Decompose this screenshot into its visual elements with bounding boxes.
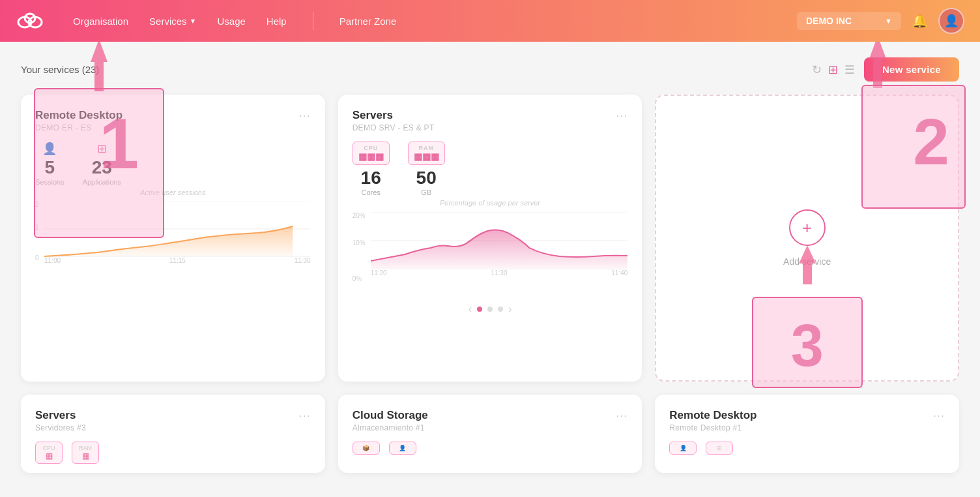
avatar[interactable]: 👤 — [938, 8, 964, 34]
server-stats: CPU ▦▦▦ 16 Cores RAM ▦▦▦ 50 GB — [353, 142, 628, 196]
card-remote-desktop: Remote Desktop DEMO ER - ES ··· 👤 5 Sess… — [21, 95, 325, 382]
chart-time-1140: 11:40 — [611, 269, 627, 277]
notifications-bell-icon[interactable]: 🔔 — [912, 13, 928, 29]
stat-sessions: 👤 5 Sessions — [35, 142, 65, 186]
user-icon: 👤 — [42, 142, 57, 156]
card-menu-button[interactable]: ··· — [933, 409, 945, 423]
grid-icon: ⊞ — [97, 142, 107, 156]
add-circle-button[interactable]: + — [789, 209, 826, 246]
services-count-title: Your services (23) — [21, 64, 99, 75]
nav-usage[interactable]: Usage — [217, 16, 245, 27]
card-subtitle: Servidores #3 — [35, 423, 86, 432]
sessions-label: Sessions — [35, 178, 65, 186]
carousel: ‹ › — [353, 303, 628, 315]
ram-label: GB — [421, 188, 431, 196]
applications-count: 23 — [92, 158, 112, 177]
chart-time-1100: 11:00 — [44, 257, 61, 264]
card-subtitle: DEMO ER - ES — [35, 123, 122, 132]
card-desc: Active user sessions — [35, 188, 311, 196]
navbar: Organisation Services ▼ Usage Help Partn… — [0, 0, 980, 42]
card-servers: Servers DEMO SRV - ES & PT ··· CPU ▦▦▦ 1… — [338, 95, 642, 382]
stat-ram: RAM ▦▦▦ 50 GB — [408, 142, 445, 196]
top-bar-right: ↻ ⊞ ☰ New service — [812, 57, 959, 82]
logo[interactable] — [16, 8, 47, 34]
chevron-down-icon: ▼ — [190, 17, 197, 25]
view-icons: ↻ ⊞ ☰ — [812, 63, 855, 77]
carousel-dot-3[interactable] — [498, 307, 503, 312]
stat-cores: CPU ▦▦▦ 16 Cores — [353, 142, 390, 196]
card-header: Servers DEMO SRV - ES & PT ··· — [353, 109, 628, 132]
card-title: Servers — [353, 109, 435, 122]
chart-time-1130: 11:30 — [491, 269, 507, 277]
sessions-count: 5 — [45, 158, 55, 177]
card-menu-button[interactable]: ··· — [299, 409, 311, 423]
avatar-image: 👤 — [944, 14, 958, 28]
nav-partner-zone[interactable]: Partner Zone — [339, 16, 397, 27]
card-title: Servers — [35, 409, 86, 422]
card-menu-button[interactable]: ··· — [616, 409, 627, 423]
carousel-dot-2[interactable] — [487, 307, 493, 312]
nav-help[interactable]: Help — [267, 16, 287, 27]
add-service-card[interactable]: + Add service — [655, 95, 959, 382]
refresh-icon[interactable]: ↻ — [812, 63, 822, 77]
card-desc: Percentage of usage per server — [353, 199, 628, 207]
services-grid: Remote Desktop DEMO ER - ES ··· 👤 5 Sess… — [21, 95, 959, 382]
bottom-cards-row: Servers Servidores #3 ··· CPU▦ RAM▦ Clou… — [21, 395, 959, 473]
card-menu-button[interactable]: ··· — [616, 109, 627, 123]
cores-label: Cores — [361, 188, 380, 196]
card-cloud-storage: Cloud Storage Almacenamiento #1 ··· 📦 👤 — [338, 395, 642, 473]
card-remote-desktop-2: Remote Desktop Remote Desktop #1 ··· 👤 ⊞ — [655, 395, 959, 473]
card-header: Servers Servidores #3 ··· — [35, 409, 311, 432]
carousel-dot-1[interactable] — [477, 307, 482, 312]
grid-view-icon[interactable]: ⊞ — [828, 63, 838, 77]
card-title: Remote Desktop — [669, 409, 757, 422]
card-header: Remote Desktop Remote Desktop #1 ··· — [669, 409, 945, 432]
chart-time-1115: 11:15 — [169, 257, 186, 264]
applications-label: Applications — [83, 178, 121, 186]
company-name: DEMO INC — [806, 16, 852, 26]
top-bar: Your services (23) ↻ ⊞ ☰ New service — [21, 57, 959, 82]
navbar-links: Organisation Services ▼ Usage Help Partn… — [73, 12, 797, 30]
add-service-label: Add service — [783, 256, 831, 267]
navbar-right: DEMO INC ▼ 🔔 👤 — [797, 8, 964, 34]
nav-divider — [313, 12, 313, 30]
nav-services[interactable]: Services ▼ — [149, 16, 196, 27]
ram-count: 50 — [416, 169, 437, 187]
card-subtitle: Remote Desktop #1 — [669, 423, 757, 432]
card-add-wrapper: 2 + Add service 3 — [655, 95, 959, 382]
card-title: Remote Desktop — [35, 109, 122, 122]
nav-organisation[interactable]: Organisation — [73, 16, 128, 27]
chart-time-1130: 11:30 — [295, 257, 311, 264]
card-stats: 👤 5 Sessions ⊞ 23 Applications — [35, 142, 311, 186]
company-selector[interactable]: DEMO INC ▼ — [797, 12, 901, 30]
card-title: Cloud Storage — [353, 409, 428, 422]
carousel-prev-button[interactable]: ‹ — [468, 303, 472, 315]
company-chevron-icon: ▼ — [885, 17, 892, 25]
card-header: Remote Desktop DEMO ER - ES ··· — [35, 109, 311, 132]
card-header: Cloud Storage Almacenamiento #1 ··· — [353, 409, 628, 432]
card-subtitle: DEMO SRV - ES & PT — [353, 123, 435, 132]
carousel-next-button[interactable]: › — [508, 303, 512, 315]
chart-time-1120: 11:20 — [371, 269, 387, 277]
list-view-icon[interactable]: ☰ — [844, 63, 855, 77]
card-subtitle: Almacenamiento #1 — [353, 423, 428, 432]
card-menu-button[interactable]: ··· — [299, 109, 311, 123]
new-service-button[interactable]: New service — [864, 57, 959, 82]
card-servers-2: Servers Servidores #3 ··· CPU▦ RAM▦ — [21, 395, 325, 473]
main-content: Your services (23) ↻ ⊞ ☰ New service Rem… — [0, 42, 980, 497]
cores-count: 16 — [361, 169, 381, 187]
stat-applications: ⊞ 23 Applications — [83, 142, 121, 186]
